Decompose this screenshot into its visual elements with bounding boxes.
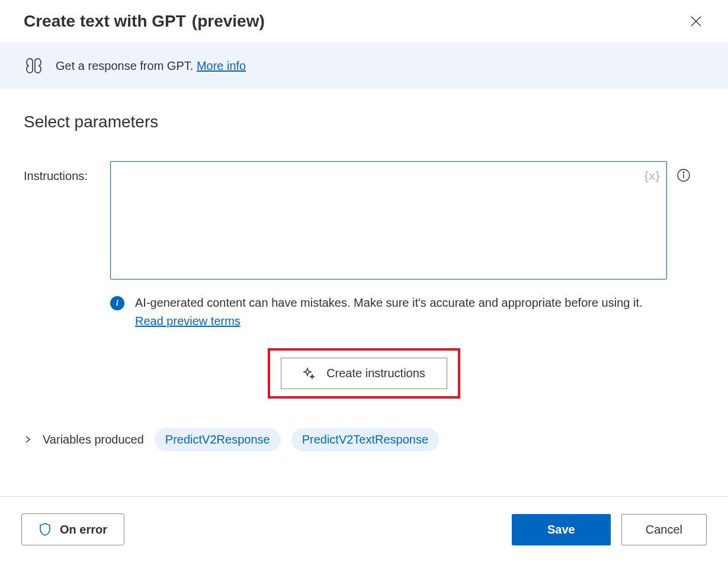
- variable-chip[interactable]: PredictV2TextResponse: [291, 428, 439, 451]
- info-banner-text: Get a response from GPT. More info: [56, 59, 246, 73]
- instructions-input[interactable]: [110, 161, 667, 280]
- on-error-label: On error: [60, 523, 107, 537]
- variables-expand-toggle[interactable]: [24, 433, 32, 447]
- info-icon: [676, 168, 691, 182]
- info-dot-icon: i: [110, 296, 124, 310]
- close-button[interactable]: [688, 13, 704, 30]
- create-instructions-label: Create instructions: [326, 367, 425, 380]
- more-info-link[interactable]: More info: [197, 59, 246, 72]
- save-button[interactable]: Save: [512, 514, 611, 545]
- cancel-button[interactable]: Cancel: [621, 514, 707, 545]
- gpt-icon: [24, 56, 44, 76]
- sparkle-icon: [303, 367, 316, 380]
- ai-warning-text: AI-generated content can have mistakes. …: [135, 294, 645, 330]
- ai-warning: i AI-generated content can have mistakes…: [110, 294, 645, 330]
- variables-produced-row: Variables produced PredictV2Response Pre…: [24, 428, 704, 451]
- dialog-footer: On error Save Cancel: [0, 496, 728, 562]
- instructions-row: Instructions: {x}: [24, 161, 704, 282]
- svg-point-2: [683, 172, 684, 173]
- warning-text: AI-generated content can have mistakes. …: [135, 296, 643, 309]
- close-icon: [690, 15, 702, 27]
- preview-terms-link[interactable]: Read preview terms: [135, 314, 240, 327]
- instructions-input-wrap: {x}: [110, 161, 667, 282]
- info-banner: Get a response from GPT. More info: [0, 43, 728, 89]
- dialog-body: Select parameters Instructions: {x} i AI…: [0, 89, 728, 496]
- title-preview-suffix: (preview): [192, 12, 265, 31]
- shield-icon: [39, 522, 52, 537]
- create-instructions-highlight: Create instructions: [268, 348, 460, 399]
- instructions-label: Instructions:: [24, 161, 101, 183]
- instructions-help-button[interactable]: [676, 161, 691, 185]
- banner-text: Get a response from GPT.: [56, 59, 197, 72]
- section-title: Select parameters: [24, 113, 704, 131]
- variable-chip[interactable]: PredictV2Response: [155, 428, 281, 451]
- on-error-button[interactable]: On error: [21, 513, 124, 545]
- variables-produced-label: Variables produced: [43, 433, 144, 447]
- dialog-create-text-gpt: Create text with GPT (preview) Get a res…: [0, 0, 728, 562]
- create-instructions-button[interactable]: Create instructions: [281, 358, 447, 389]
- chevron-right-icon: [24, 435, 32, 444]
- insert-variable-icon[interactable]: {x}: [644, 169, 660, 183]
- create-instructions-wrap: Create instructions: [24, 348, 704, 399]
- dialog-header: Create text with GPT (preview): [0, 0, 728, 43]
- title-main: Create text with GPT: [24, 12, 186, 31]
- dialog-title: Create text with GPT (preview): [24, 12, 265, 31]
- footer-actions: Save Cancel: [512, 514, 707, 545]
